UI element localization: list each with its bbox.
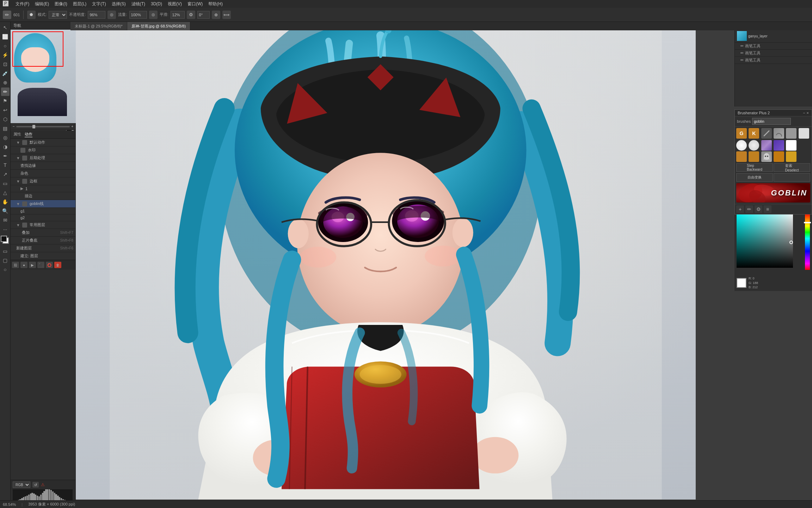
zoom-in-icon[interactable]: + [71,125,73,128]
eyedropper-tool[interactable]: 💉 [1,69,10,78]
layer-watermark[interactable]: 水印 [11,146,75,154]
brush-cell-1[interactable] [761,128,772,139]
step-backward-btn[interactable]: StepBackward [736,163,773,172]
smoothing-input[interactable] [171,11,185,19]
fg-bg-color-widget[interactable] [1,236,10,245]
brush-g-btn[interactable]: G [736,128,747,139]
layer-default-action[interactable]: ▼ 默认动作 [11,139,75,146]
swatch-orange-1[interactable] [736,151,747,162]
delete-btn[interactable]: 🗑 [54,262,61,268]
pressure-icon[interactable]: ⊕ [212,11,220,19]
move-tool[interactable]: ↖ [1,23,10,32]
brush-panel-minimize[interactable]: − [803,111,805,115]
angle-input[interactable] [197,11,210,19]
color-gradient[interactable] [737,211,793,268]
history-item-2[interactable]: ✏ 画笔工具 [735,50,812,57]
more-tools[interactable]: ··· [1,225,10,234]
layer-new[interactable]: 新建图层 Shift+F6 [11,244,75,252]
stop-btn[interactable]: ⬛ [37,262,44,268]
opacity-input[interactable] [88,11,105,19]
zoom-out-icon[interactable]: − [13,125,15,128]
crop-tool[interactable]: ⊡ [1,60,10,68]
history-item-3[interactable]: ✏ 画笔工具 [735,57,812,64]
brush-cell-2[interactable] [774,128,784,139]
settings-icon[interactable]: ⚙ [187,11,195,19]
transform-btn[interactable]: 自由变换 [736,173,773,182]
zoom-tool[interactable]: 🔍 [1,207,10,215]
menu-text[interactable]: 文字(T) [92,1,106,7]
layer-1[interactable]: ▶ 1 [11,185,75,192]
menu-view[interactable]: 视图(V) [168,1,182,7]
brush-menu-icon[interactable]: ≡ [764,205,771,213]
swatch-orange-3[interactable] [774,151,784,162]
history-item-1[interactable]: ✏ 画笔工具 [735,43,812,50]
marquee-rect-tool[interactable]: ⬜ [1,32,10,41]
brush-add-icon[interactable]: + [736,205,744,213]
triangle-shape-tool[interactable]: △ [1,188,10,197]
circle-btn[interactable]: ○ [1,265,10,274]
menu-layer[interactable]: 图层(L) [73,1,87,7]
menu-select[interactable]: 选择(S) [112,1,126,7]
flow-icon[interactable]: ◎ [149,11,158,19]
mode-select[interactable]: 正常 [49,11,67,19]
opacity-icon[interactable]: ◎ [107,11,116,19]
tab-untitled[interactable]: 未标题-1 @ 29.5%(RGB/8)* [70,22,127,30]
layer-noise[interactable]: 杂色 [11,170,75,177]
layer-g1[interactable]: g1 [11,208,75,214]
unknown-tool[interactable]: ✉ [1,216,10,224]
layer-overlay[interactable]: 叠加 Shift+F7 [11,229,75,237]
layer-g2[interactable]: g2 [11,214,75,221]
menu-window[interactable]: 窗口(W) [187,1,203,7]
link-layers-btn[interactable]: ⛓ [12,262,19,268]
layer-common[interactable]: ▼ 常用图层 [11,221,75,229]
play-action-btn[interactable]: ▶ [29,262,36,268]
flow-input[interactable] [129,11,147,19]
layer-goblin[interactable]: ▼ goblin线 [11,200,75,208]
eraser-tool[interactable]: ⬡ [1,115,10,123]
fill-layer-btn[interactable]: ● [20,262,27,268]
swatch-white-rect[interactable] [786,140,796,151]
rectangle-btn[interactable]: ▭ [1,247,10,255]
brush-preset-icon[interactable]: ⬟ [27,11,36,19]
brush-tool[interactable]: ✏ [1,87,10,96]
swatch-gold-1[interactable] [786,151,796,162]
canvas-area[interactable] [76,30,696,500]
tab-properties[interactable]: 属性 [13,132,21,137]
layer-create[interactable]: 建立: 图层 [11,252,75,260]
layer-post-process[interactable]: ▼ 后期处理 [11,154,75,162]
brush-edit-icon[interactable]: ✏ [745,205,753,213]
magic-wand-tool[interactable]: ⚡ [1,51,10,59]
layer-stroke[interactable]: 描边 [11,192,75,200]
menu-file[interactable]: 文件(F) [16,1,29,7]
blur-tool[interactable]: ◎ [1,133,10,142]
layer-border[interactable]: ▼ 边框 [11,177,75,185]
menu-3d[interactable]: 3D(D) [151,1,162,6]
zoom-slider-handle[interactable] [32,125,35,128]
zoom-slider[interactable] [16,126,70,127]
brush-panel-close[interactable]: × [807,111,809,115]
history-brush-tool[interactable]: ↩ [1,106,10,114]
fg-color-swatch[interactable] [1,236,7,242]
color-picker-dot[interactable] [789,241,793,244]
tab-ganyu[interactable]: 原神-甘雨.jpg @ 68.5%(RGB/8) [127,22,190,30]
path-select-tool[interactable]: ↗ [1,170,10,179]
healing-tool[interactable]: ⊕ [1,78,10,87]
record-btn[interactable]: ⭕ [46,262,53,268]
refresh-btn[interactable]: ↺ [32,482,39,488]
foreground-swatch[interactable] [737,278,746,288]
gradient-tool[interactable]: ▤ [1,124,10,133]
placeholder-btn[interactable] [774,173,810,182]
brush-k-btn[interactable]: K [749,128,759,139]
swatch-orange-2[interactable] [749,151,759,162]
shape-tool[interactable]: ▭ [1,179,10,188]
dodge-tool[interactable]: ◑ [1,143,10,151]
deselect-btn[interactable]: 套索Deselect [774,163,810,172]
swatch-white-circle-2[interactable] [749,140,759,151]
pen-tool[interactable]: ✒ [1,152,10,160]
menu-edit[interactable]: 编辑(E) [35,1,49,7]
swatch-white-circle[interactable] [736,140,747,151]
brush-tool-icon[interactable]: ✏ [3,11,11,19]
layer-find-edge[interactable]: 查找边缘 [11,162,75,170]
symmetry-icon[interactable]: ⟺ [222,11,231,19]
type-tool[interactable]: T [1,161,10,169]
